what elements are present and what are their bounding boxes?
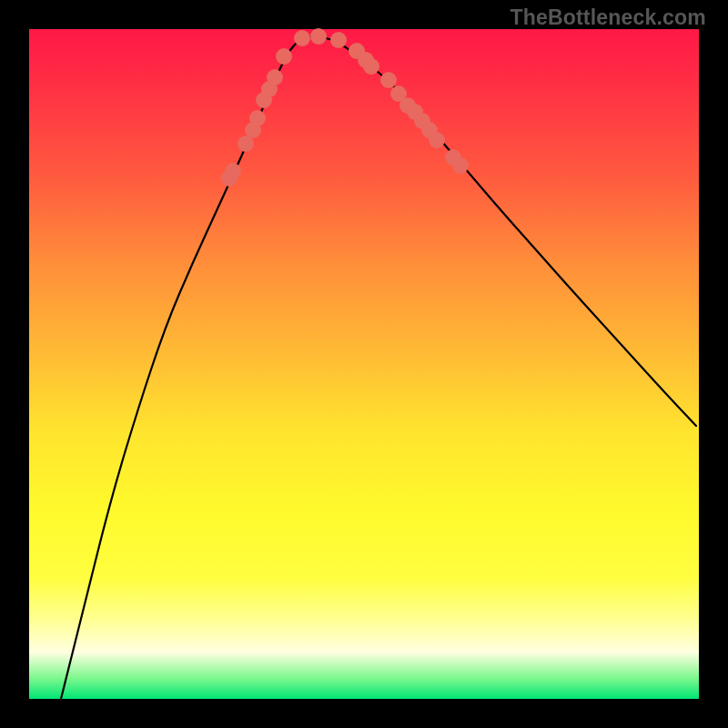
marker-dot (267, 69, 283, 86)
marker-dot (452, 157, 469, 174)
marker-dot (380, 72, 397, 88)
marker-dot (310, 28, 327, 45)
marker-dot (294, 30, 310, 46)
marker-dot (249, 110, 266, 126)
main-curve-line (61, 36, 696, 699)
marker-dot (330, 32, 347, 48)
marker-dot (225, 163, 241, 179)
marker-dot (429, 132, 445, 148)
marker-dot (276, 48, 292, 65)
chart-overlay (29, 29, 699, 699)
watermark-text: TheBottleneck.com (510, 5, 706, 30)
marker-dots-group (221, 28, 469, 187)
marker-dot (363, 58, 379, 75)
